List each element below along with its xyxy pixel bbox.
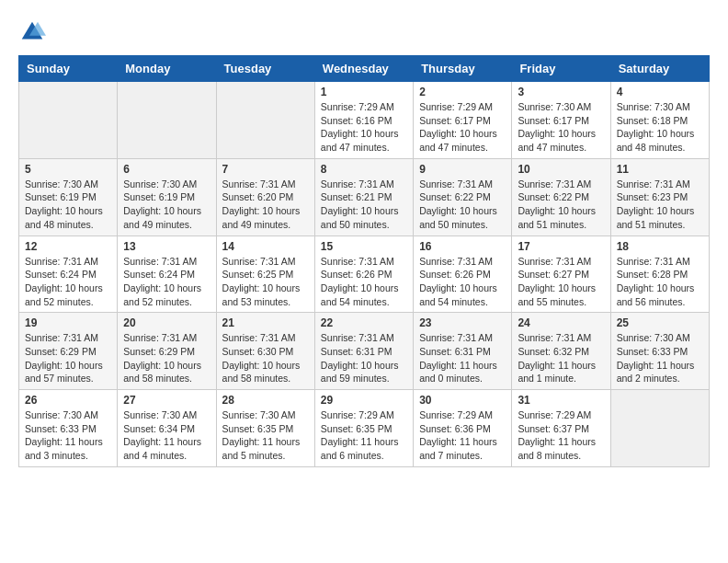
table-row: 28Sunrise: 7:30 AM Sunset: 6:35 PM Dayli… [216, 390, 314, 467]
table-row [610, 390, 709, 467]
day-info: Sunrise: 7:30 AM Sunset: 6:19 PM Dayligh… [123, 178, 210, 232]
table-row: 20Sunrise: 7:31 AM Sunset: 6:29 PM Dayli… [118, 313, 216, 390]
day-number: 20 [123, 316, 210, 329]
calendar-week-row: 1Sunrise: 7:29 AM Sunset: 6:16 PM Daylig… [19, 82, 710, 159]
table-row: 1Sunrise: 7:29 AM Sunset: 6:16 PM Daylig… [314, 82, 413, 159]
day-info: Sunrise: 7:30 AM Sunset: 6:33 PM Dayligh… [25, 408, 111, 463]
header-friday: Friday [512, 56, 610, 82]
table-row: 3Sunrise: 7:30 AM Sunset: 6:17 PM Daylig… [512, 82, 610, 159]
day-info: Sunrise: 7:31 AM Sunset: 6:26 PM Dayligh… [321, 255, 407, 309]
day-info: Sunrise: 7:30 AM Sunset: 6:33 PM Dayligh… [617, 331, 703, 385]
day-info: Sunrise: 7:31 AM Sunset: 6:31 PM Dayligh… [321, 331, 407, 385]
day-info: Sunrise: 7:30 AM Sunset: 6:34 PM Dayligh… [123, 408, 210, 463]
table-row: 13Sunrise: 7:31 AM Sunset: 6:24 PM Dayli… [118, 236, 216, 313]
day-info: Sunrise: 7:31 AM Sunset: 6:25 PM Dayligh… [222, 255, 309, 309]
table-row: 2Sunrise: 7:29 AM Sunset: 6:17 PM Daylig… [414, 82, 512, 159]
table-row: 9Sunrise: 7:31 AM Sunset: 6:22 PM Daylig… [414, 158, 512, 236]
calendar-week-row: 26Sunrise: 7:30 AM Sunset: 6:33 PM Dayli… [19, 390, 710, 467]
day-info: Sunrise: 7:31 AM Sunset: 6:32 PM Dayligh… [518, 331, 604, 385]
table-row: 8Sunrise: 7:31 AM Sunset: 6:21 PM Daylig… [314, 158, 413, 236]
day-number: 4 [617, 86, 703, 98]
table-row: 18Sunrise: 7:31 AM Sunset: 6:28 PM Dayli… [610, 236, 709, 313]
table-row: 29Sunrise: 7:29 AM Sunset: 6:35 PM Dayli… [314, 390, 413, 467]
day-info: Sunrise: 7:30 AM Sunset: 6:19 PM Dayligh… [25, 178, 111, 232]
day-number: 23 [419, 316, 506, 329]
day-number: 21 [222, 316, 309, 329]
calendar-header-row: SundayMondayTuesdayWednesdayThursdayFrid… [19, 56, 710, 82]
day-info: Sunrise: 7:30 AM Sunset: 6:18 PM Dayligh… [617, 100, 703, 155]
table-row: 17Sunrise: 7:31 AM Sunset: 6:27 PM Dayli… [512, 236, 610, 313]
day-info: Sunrise: 7:30 AM Sunset: 6:17 PM Dayligh… [518, 100, 604, 155]
day-number: 1 [321, 86, 407, 98]
day-number: 24 [518, 316, 604, 329]
day-info: Sunrise: 7:31 AM Sunset: 6:31 PM Dayligh… [419, 331, 506, 385]
day-info: Sunrise: 7:31 AM Sunset: 6:22 PM Dayligh… [419, 178, 506, 232]
table-row: 27Sunrise: 7:30 AM Sunset: 6:34 PM Dayli… [118, 390, 216, 467]
day-number: 31 [518, 394, 604, 407]
table-row: 19Sunrise: 7:31 AM Sunset: 6:29 PM Dayli… [19, 313, 118, 390]
calendar-week-row: 12Sunrise: 7:31 AM Sunset: 6:24 PM Dayli… [19, 236, 710, 313]
day-number: 2 [419, 86, 506, 98]
day-number: 19 [25, 316, 111, 329]
day-info: Sunrise: 7:31 AM Sunset: 6:24 PM Dayligh… [123, 255, 210, 309]
day-info: Sunrise: 7:30 AM Sunset: 6:35 PM Dayligh… [222, 408, 309, 463]
table-row: 21Sunrise: 7:31 AM Sunset: 6:30 PM Dayli… [216, 313, 314, 390]
table-row: 4Sunrise: 7:30 AM Sunset: 6:18 PM Daylig… [610, 82, 709, 159]
day-number: 18 [617, 240, 703, 253]
table-row: 25Sunrise: 7:30 AM Sunset: 6:33 PM Dayli… [610, 313, 709, 390]
header-thursday: Thursday [414, 56, 512, 82]
calendar-week-row: 5Sunrise: 7:30 AM Sunset: 6:19 PM Daylig… [19, 158, 710, 236]
day-number: 25 [617, 316, 703, 329]
day-number: 6 [123, 163, 210, 176]
day-number: 27 [123, 394, 210, 407]
table-row: 11Sunrise: 7:31 AM Sunset: 6:23 PM Dayli… [610, 158, 709, 236]
day-number: 16 [419, 240, 506, 253]
day-info: Sunrise: 7:31 AM Sunset: 6:30 PM Dayligh… [222, 331, 309, 385]
day-number: 11 [617, 163, 703, 176]
table-row: 24Sunrise: 7:31 AM Sunset: 6:32 PM Dayli… [512, 313, 610, 390]
day-number: 17 [518, 240, 604, 253]
day-info: Sunrise: 7:29 AM Sunset: 6:16 PM Dayligh… [321, 100, 407, 155]
day-number: 22 [321, 316, 407, 329]
day-number: 29 [321, 394, 407, 407]
day-number: 5 [25, 163, 111, 176]
table-row: 12Sunrise: 7:31 AM Sunset: 6:24 PM Dayli… [19, 236, 118, 313]
table-row: 22Sunrise: 7:31 AM Sunset: 6:31 PM Dayli… [314, 313, 413, 390]
day-info: Sunrise: 7:31 AM Sunset: 6:29 PM Dayligh… [123, 331, 210, 385]
day-number: 13 [123, 240, 210, 253]
table-row: 6Sunrise: 7:30 AM Sunset: 6:19 PM Daylig… [118, 158, 216, 236]
day-info: Sunrise: 7:31 AM Sunset: 6:29 PM Dayligh… [25, 331, 111, 385]
day-info: Sunrise: 7:31 AM Sunset: 6:23 PM Dayligh… [617, 178, 703, 232]
table-row: 15Sunrise: 7:31 AM Sunset: 6:26 PM Dayli… [314, 236, 413, 313]
table-row: 14Sunrise: 7:31 AM Sunset: 6:25 PM Dayli… [216, 236, 314, 313]
table-row: 16Sunrise: 7:31 AM Sunset: 6:26 PM Dayli… [414, 236, 512, 313]
table-row: 7Sunrise: 7:31 AM Sunset: 6:20 PM Daylig… [216, 158, 314, 236]
day-number: 14 [222, 240, 309, 253]
table-row: 26Sunrise: 7:30 AM Sunset: 6:33 PM Dayli… [19, 390, 118, 467]
day-number: 10 [518, 163, 604, 176]
day-info: Sunrise: 7:29 AM Sunset: 6:35 PM Dayligh… [321, 408, 407, 463]
day-number: 12 [25, 240, 111, 253]
table-row: 30Sunrise: 7:29 AM Sunset: 6:36 PM Dayli… [414, 390, 512, 467]
header-sunday: Sunday [19, 56, 118, 82]
logo-icon [18, 18, 46, 46]
table-row: 10Sunrise: 7:31 AM Sunset: 6:22 PM Dayli… [512, 158, 610, 236]
day-info: Sunrise: 7:31 AM Sunset: 6:24 PM Dayligh… [25, 255, 111, 309]
day-number: 28 [222, 394, 309, 407]
day-info: Sunrise: 7:31 AM Sunset: 6:26 PM Dayligh… [419, 255, 506, 309]
logo [18, 18, 50, 46]
header-monday: Monday [118, 56, 216, 82]
calendar-week-row: 19Sunrise: 7:31 AM Sunset: 6:29 PM Dayli… [19, 313, 710, 390]
table-row: 5Sunrise: 7:30 AM Sunset: 6:19 PM Daylig… [19, 158, 118, 236]
header-wednesday: Wednesday [314, 56, 413, 82]
page-header [18, 18, 710, 46]
day-number: 15 [321, 240, 407, 253]
table-row: 23Sunrise: 7:31 AM Sunset: 6:31 PM Dayli… [414, 313, 512, 390]
table-row [216, 82, 314, 159]
day-number: 30 [419, 394, 506, 407]
day-info: Sunrise: 7:29 AM Sunset: 6:17 PM Dayligh… [419, 100, 506, 155]
day-number: 9 [419, 163, 506, 176]
table-row [19, 82, 118, 159]
header-saturday: Saturday [610, 56, 709, 82]
table-row: 31Sunrise: 7:29 AM Sunset: 6:37 PM Dayli… [512, 390, 610, 467]
